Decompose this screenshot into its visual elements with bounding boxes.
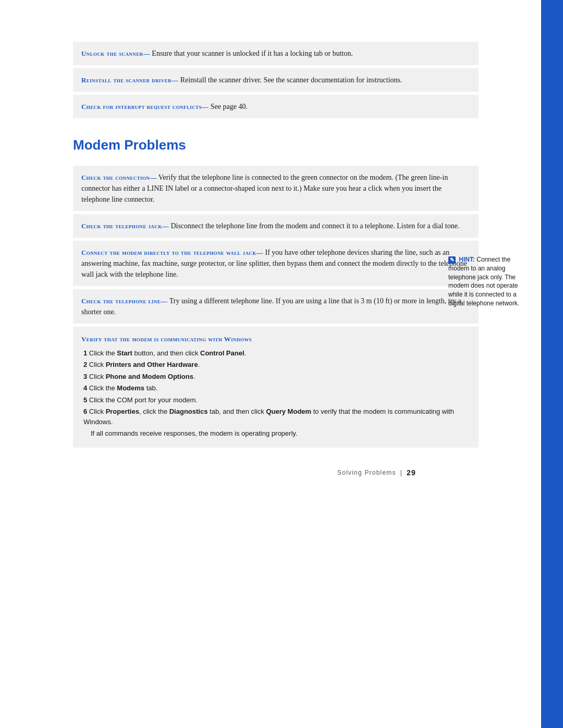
step-1: 1 Click the Start button, and then click…	[83, 348, 470, 359]
step-2: 2 Click Printers and Other Hardware.	[83, 360, 470, 370]
step-note: If all commands receive responses, the m…	[83, 428, 470, 439]
verify-block: Verify that the modem is communicating w…	[73, 327, 479, 448]
hint-icon: ✎	[448, 256, 456, 264]
footer-separator: |	[400, 469, 402, 476]
check-connection-label: Check the connection—	[81, 174, 157, 181]
connect-modem-block: Connect the modem directly to the teleph…	[73, 241, 479, 286]
check-telephone-jack-block: Check the telephone jack— Disconnect the…	[73, 214, 479, 238]
step-3: 3 Click Phone and Modem Options.	[83, 372, 470, 382]
hint-text: Connect the modem to an analog telephone…	[448, 256, 519, 307]
hint-box: ✎ HINT: Connect the modem to an analog t…	[448, 255, 532, 308]
check-interrupt-text: See page 40.	[211, 103, 248, 110]
page-container: Unlock the scanner— Ensure that your sca…	[0, 0, 563, 728]
check-telephone-line-label: Check the telephone line—	[81, 297, 167, 305]
check-telephone-jack-label: Check the telephone jack—	[81, 222, 169, 230]
reinstall-block: Reinstall the scanner driver— Reinstall …	[73, 68, 479, 92]
hint-label: HINT:	[459, 256, 475, 263]
unlock-label: Unlock the scanner—	[81, 50, 150, 57]
footer-text: Solving Problems | 29	[337, 468, 416, 477]
check-telephone-jack-text: Disconnect the telephone line from the m…	[170, 222, 459, 230]
check-interrupt-label: Check for interrupt request conflicts—	[81, 103, 209, 110]
modem-heading: Modem Problems	[73, 137, 479, 153]
reinstall-label: Reinstall the scanner driver—	[81, 76, 178, 84]
step-6: 6 Click Properties, click the Diagnostic…	[83, 406, 470, 427]
right-sidebar	[541, 0, 563, 728]
main-content: Unlock the scanner— Ensure that your sca…	[0, 0, 541, 728]
footer: Solving Problems | 29	[73, 468, 479, 498]
check-telephone-line-block: Check the telephone line— Try using a di…	[73, 289, 479, 324]
reinstall-text: Reinstall the scanner driver. See the sc…	[180, 76, 402, 84]
unlock-text: Ensure that your scanner is unlocked if …	[152, 50, 353, 57]
unlock-block: Unlock the scanner— Ensure that your sca…	[73, 42, 479, 65]
check-connection-block: Check the connection— Verify that the te…	[73, 166, 479, 211]
step-5: 5 Click the COM port for your modem.	[83, 395, 470, 405]
footer-label: Solving Problems	[337, 469, 396, 476]
steps-list: 1 Click the Start button, and then click…	[81, 348, 470, 439]
verify-title: Verify that the modem is communicating w…	[81, 334, 470, 345]
connect-modem-label: Connect the modem directly to the teleph…	[81, 249, 263, 256]
check-interrupt-block: Check for interrupt request conflicts— S…	[73, 95, 479, 118]
modem-blocks: Check the connection— Verify that the te…	[73, 166, 479, 448]
step-4: 4 Click the Modems tab.	[83, 383, 470, 393]
page-number: 29	[407, 468, 416, 477]
